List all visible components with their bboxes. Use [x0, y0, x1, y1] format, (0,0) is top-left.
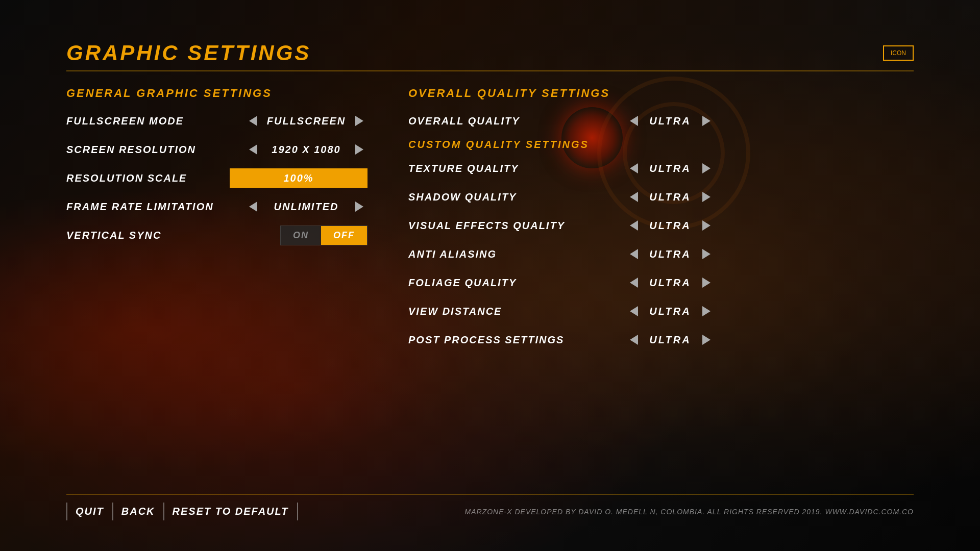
foliage-right-arrow[interactable] — [698, 276, 715, 290]
setting-row-scale: RESOLUTION SCALE 100% — [66, 167, 368, 189]
foliage-left-arrow[interactable] — [626, 276, 642, 290]
visual-effects-right-arrow[interactable] — [698, 218, 715, 233]
framerate-label: FRAME RATE LIMITATION — [66, 201, 214, 213]
quality-row-foliage: FOLIAGE QUALITY ULTRA — [408, 272, 715, 293]
footer: QUIT BACK RESET TO DEFAULT MARZONE-X DEV… — [66, 494, 914, 520]
overall-left-arrow[interactable] — [626, 114, 642, 128]
visual-effects-value: ULTRA — [647, 220, 693, 232]
foliage-quality-value: ULTRA — [647, 277, 693, 289]
view-distance-right-arrow[interactable] — [698, 304, 715, 318]
vsync-on-button[interactable]: ON — [281, 226, 321, 245]
right-triangle-icon — [355, 116, 363, 126]
shadow-quality-label: SHADOW QUALITY — [408, 191, 517, 203]
view-distance-value: ULTRA — [647, 306, 693, 317]
left-triangle-icon — [630, 306, 638, 316]
resolution-left-arrow[interactable] — [245, 142, 261, 157]
texture-quality-label: TEXTURE QUALITY — [408, 163, 519, 174]
visual-effects-label: VISUAL EFFECTS QUALITY — [408, 220, 565, 232]
view-distance-label: VIEW DISTANCE — [408, 306, 502, 317]
framerate-left-arrow[interactable] — [245, 199, 261, 214]
foliage-quality-label: FOLIAGE QUALITY — [408, 277, 517, 289]
header: GRAPHIC SETTINGS ICON — [66, 41, 914, 65]
quality-row-anti-aliasing: ANTI ALIASING ULTRA — [408, 243, 715, 265]
right-triangle-icon — [355, 202, 363, 212]
resolution-label: SCREEN RESOLUTION — [66, 144, 196, 156]
anti-aliasing-label: ANTI ALIASING — [408, 248, 497, 260]
quality-row-overall: OVERALL QUALITY ULTRA — [408, 110, 715, 132]
post-process-control: ULTRA — [626, 333, 715, 347]
fullscreen-value: FULLSCREEN — [265, 115, 347, 127]
texture-quality-control: ULTRA — [626, 161, 715, 176]
reset-to-default-button[interactable]: RESET TO DEFAULT — [164, 503, 298, 520]
fullscreen-left-arrow[interactable] — [245, 114, 261, 128]
back-button[interactable]: BACK — [113, 503, 164, 520]
visual-effects-left-arrow[interactable] — [626, 218, 642, 233]
overall-quality-label: OVERALL QUALITY — [408, 115, 520, 127]
left-triangle-icon — [630, 335, 638, 345]
fullscreen-control: FULLSCREEN — [245, 114, 368, 128]
right-triangle-icon — [702, 163, 710, 173]
left-section-title: GENERAL GRAPHIC SETTINGS — [66, 87, 368, 100]
footer-buttons: QUIT BACK RESET TO DEFAULT — [66, 503, 298, 520]
setting-row-fullscreen: FULLSCREEN MODE FULLSCREEN — [66, 110, 368, 132]
header-divider — [66, 70, 914, 71]
shadow-right-arrow[interactable] — [698, 190, 715, 204]
texture-right-arrow[interactable] — [698, 161, 715, 176]
quit-button[interactable]: QUIT — [66, 503, 113, 520]
left-triangle-icon — [630, 116, 638, 126]
right-triangle-icon — [702, 116, 710, 126]
scale-bar[interactable]: 100% — [230, 168, 368, 188]
post-process-label: POST PROCESS SETTINGS — [408, 334, 564, 346]
shadow-left-arrow[interactable] — [626, 190, 642, 204]
scale-bar-value: 100% — [283, 172, 313, 184]
resolution-right-arrow[interactable] — [351, 142, 368, 157]
right-triangle-icon — [702, 335, 710, 345]
anti-aliasing-control: ULTRA — [626, 247, 715, 261]
overall-quality-value: ULTRA — [647, 115, 693, 127]
vsync-label: VERTICAL SYNC — [66, 230, 161, 241]
content-area: GRAPHIC SETTINGS ICON GENERAL GRAPHIC SE… — [0, 0, 980, 551]
quality-row-view-distance: VIEW DISTANCE ULTRA — [408, 300, 715, 322]
right-triangle-icon — [702, 306, 710, 316]
quality-row-visual-effects: VISUAL EFFECTS QUALITY ULTRA — [408, 215, 715, 236]
left-column: GENERAL GRAPHIC SETTINGS FULLSCREEN MODE… — [66, 87, 368, 484]
texture-left-arrow[interactable] — [626, 161, 642, 176]
quality-row-texture: TEXTURE QUALITY ULTRA — [408, 158, 715, 179]
anti-aliasing-left-arrow[interactable] — [626, 247, 642, 261]
resolution-value: 980 x 551 — [265, 144, 347, 156]
page-title: GRAPHIC SETTINGS — [66, 41, 311, 65]
left-triangle-icon — [630, 278, 638, 288]
view-distance-control: ULTRA — [626, 304, 715, 318]
left-triangle-icon — [630, 163, 638, 173]
post-process-left-arrow[interactable] — [626, 333, 642, 347]
overall-quality-control: ULTRA — [626, 114, 715, 128]
fullscreen-right-arrow[interactable] — [351, 114, 368, 128]
post-process-right-arrow[interactable] — [698, 333, 715, 347]
left-triangle-icon — [630, 249, 638, 259]
scale-bar-container: 100% — [230, 168, 368, 188]
framerate-right-arrow[interactable] — [351, 199, 368, 214]
foliage-quality-control: ULTRA — [626, 276, 715, 290]
left-triangle-icon — [630, 220, 638, 231]
right-triangle-icon — [702, 278, 710, 288]
right-section-title: OVERALL QUALITY SETTINGS — [408, 87, 715, 100]
scale-label: RESOLUTION SCALE — [66, 172, 187, 184]
anti-aliasing-value: ULTRA — [647, 248, 693, 260]
setting-row-resolution: SCREEN RESOLUTION 980 x 551 — [66, 139, 368, 160]
left-triangle-icon — [249, 116, 257, 126]
framerate-value: UNLIMITED — [265, 201, 347, 213]
left-triangle-icon — [249, 202, 257, 212]
shadow-quality-value: ULTRA — [647, 191, 693, 203]
vsync-toggle: ON OFF — [280, 226, 368, 245]
right-column: OVERALL QUALITY SETTINGS OVERALL QUALITY… — [408, 87, 715, 484]
post-process-value: ULTRA — [647, 334, 693, 346]
anti-aliasing-right-arrow[interactable] — [698, 247, 715, 261]
vsync-off-button[interactable]: OFF — [321, 226, 367, 245]
texture-quality-value: ULTRA — [647, 163, 693, 174]
view-distance-left-arrow[interactable] — [626, 304, 642, 318]
resolution-control: 980 x 551 — [245, 142, 368, 157]
setting-row-framerate: FRAME RATE LIMITATION UNLIMITED — [66, 196, 368, 217]
overall-right-arrow[interactable] — [698, 114, 715, 128]
quality-row-post-process: POST PROCESS SETTINGS ULTRA — [408, 329, 715, 350]
framerate-control: UNLIMITED — [245, 199, 368, 214]
